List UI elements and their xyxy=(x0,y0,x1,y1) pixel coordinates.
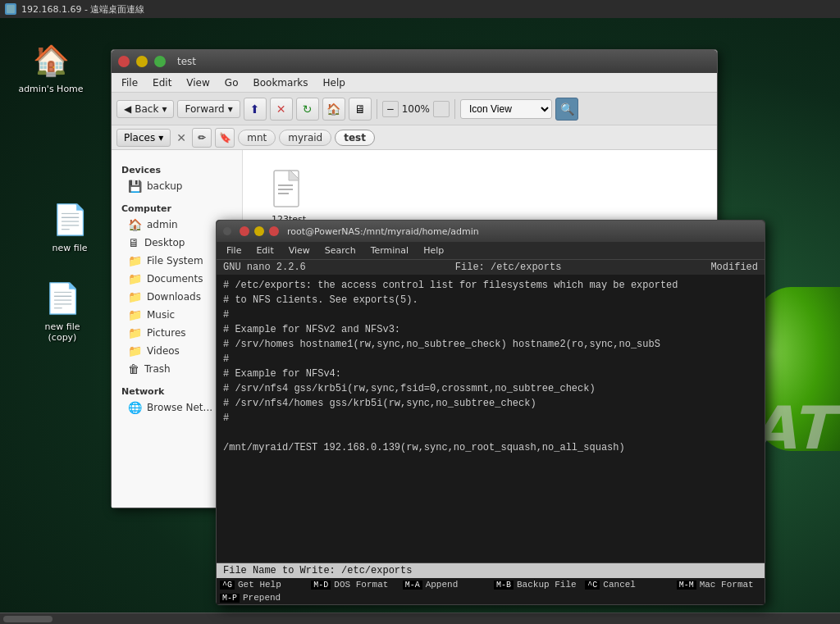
shortcut-key-dos: M-D xyxy=(311,581,331,590)
back-label: Back xyxy=(135,103,158,115)
reload-button[interactable]: ↻ xyxy=(296,98,319,121)
close-places-button[interactable]: ✕ xyxy=(174,130,189,145)
edit-path-button[interactable]: ✏ xyxy=(192,128,212,148)
terminal-line-9: # /srv/nfs4/homes gss/krb5i(rw,sync,no_s… xyxy=(223,396,758,411)
menu-bookmarks[interactable]: Bookmarks xyxy=(246,75,314,90)
shortcut-label-dos: DOS Format xyxy=(334,580,388,590)
menu-edit[interactable]: Edit xyxy=(146,75,178,90)
terminal-minimize-button[interactable] xyxy=(254,226,264,236)
terminal-maximize-button[interactable] xyxy=(269,226,279,236)
separator-2 xyxy=(454,99,455,119)
file-icon-123test xyxy=(269,166,308,212)
terminal-line-1: # /etc/exports: the access control list … xyxy=(223,278,758,293)
bottom-scrollbar[interactable] xyxy=(0,613,840,624)
terminal-menu-edit[interactable]: Edit xyxy=(249,244,280,257)
computer-icon: 🖥 xyxy=(354,102,366,116)
music-icon: 📁 xyxy=(128,308,142,321)
close-button[interactable] xyxy=(118,56,130,67)
nano-filename: File: /etc/exports xyxy=(455,262,562,273)
zoom-out-button[interactable]: − xyxy=(382,101,399,117)
terminal-title: root@PowerNAS:/mnt/myraid/home/admin xyxy=(287,226,479,237)
terminal-close-button[interactable] xyxy=(240,226,249,236)
home-button[interactable]: 🏠 xyxy=(322,98,345,121)
shortcut-key-mac: M-M xyxy=(677,581,696,590)
search-button[interactable]: 🔍 xyxy=(555,98,578,121)
nano-version: GNU nano 2.2.6 xyxy=(223,262,306,273)
minimize-button[interactable] xyxy=(136,56,148,67)
admin-label: admin xyxy=(147,219,178,230)
terminal-line-12: /mnt/myraid/TEST 192.168.0.139(rw,sync,n… xyxy=(223,440,758,455)
terminal-dot xyxy=(223,227,231,235)
terminal-menu-view[interactable]: View xyxy=(282,244,317,257)
documents-label: Documents xyxy=(147,273,203,285)
terminal-menu-file[interactable]: File xyxy=(220,244,248,257)
terminal-menu-search[interactable]: Search xyxy=(318,244,363,257)
terminal-menubar: File Edit View Search Terminal Help xyxy=(217,242,765,260)
edit-icon: ✏ xyxy=(198,132,206,143)
shortcut-label-append: Append xyxy=(426,580,459,590)
menu-help[interactable]: Help xyxy=(317,75,352,90)
home-icon-label: admin's Home xyxy=(18,84,83,94)
view-mode-select[interactable]: Icon View List View Compact View xyxy=(460,99,552,119)
separator-1 xyxy=(377,99,377,119)
sidebar-item-backup[interactable]: 💾 backup xyxy=(112,177,242,195)
nano-header: GNU nano 2.2.6 File: /etc/exports Modifi… xyxy=(217,260,765,275)
terminal-menu-terminal[interactable]: Terminal xyxy=(364,244,416,257)
breadcrumb-test[interactable]: test xyxy=(335,130,375,146)
zoom-in-button[interactable] xyxy=(433,101,450,117)
shortcut-backup: M-B Backup File xyxy=(491,578,582,591)
videos-label: Videos xyxy=(147,345,180,357)
breadcrumb-mnt[interactable]: mnt xyxy=(238,130,276,146)
stop-icon: ✕ xyxy=(276,102,286,116)
back-button[interactable]: ◀ Back ▾ xyxy=(116,100,174,118)
file-item-123test[interactable]: 123test xyxy=(256,163,322,228)
shortcut-dos-format: M-D DOS Format xyxy=(308,578,399,591)
places-button[interactable]: Places ▾ xyxy=(116,129,171,147)
terminal-bottom: File Name to Write: /etc/exports ^G Get … xyxy=(217,563,765,604)
desktop-icon-new-file[interactable]: 📄 new file xyxy=(37,200,103,253)
trash-label: Trash xyxy=(144,363,171,375)
terminal-menu-help[interactable]: Help xyxy=(417,244,450,257)
downloads-label: Downloads xyxy=(147,291,201,303)
maximize-button[interactable] xyxy=(154,56,166,67)
home-nav-icon: 🏠 xyxy=(326,102,340,116)
forward-button[interactable]: Forward ▾ xyxy=(177,100,240,118)
nano-modified: Modified xyxy=(710,262,758,273)
breadcrumb-myraid[interactable]: myraid xyxy=(279,130,331,146)
shortcut-key-backup: M-B xyxy=(494,581,514,590)
terminal-line-2: # to NFS clients. See exports(5). xyxy=(223,293,758,307)
places-label: Places xyxy=(124,132,155,143)
shortcut-key-append: M-A xyxy=(403,581,422,590)
shortcut-label-cancel: Cancel xyxy=(603,580,636,590)
filesystem-label: File System xyxy=(147,255,203,266)
documents-icon: 📁 xyxy=(128,272,142,285)
music-label: Music xyxy=(147,309,175,321)
filename-bar: File Name to Write: /etc/exports xyxy=(217,563,765,578)
menu-file[interactable]: File xyxy=(115,75,144,90)
desktop-icon-new-file-copy[interactable]: 📄 new file (copy) xyxy=(30,279,95,343)
bookmark-button[interactable]: 🔖 xyxy=(215,128,235,148)
terminal-window: root@PowerNAS:/mnt/myraid/home/admin Fil… xyxy=(216,220,765,605)
terminal-content[interactable]: # /etc/exports: the access control list … xyxy=(217,275,765,563)
zoom-control: − 100% xyxy=(382,101,450,117)
shortcut-key-prepend: M-P xyxy=(220,594,240,603)
computer-button[interactable]: 🖥 xyxy=(349,98,372,121)
menu-view[interactable]: View xyxy=(180,75,216,90)
terminal-line-4: # Example for NFSv2 and NFSv3: xyxy=(223,322,758,337)
up-button[interactable]: ⬆ xyxy=(244,98,267,121)
shortcut-prepend: M-P Prepend xyxy=(217,591,399,604)
forward-dropdown-icon: ▾ xyxy=(228,103,233,115)
reload-icon: ↻ xyxy=(303,102,313,116)
pictures-label: Pictures xyxy=(147,327,186,339)
back-dropdown-icon: ▾ xyxy=(162,103,167,115)
menu-go[interactable]: Go xyxy=(218,75,245,90)
stop-button[interactable]: ✕ xyxy=(270,98,293,121)
backup-icon: 💾 xyxy=(128,180,142,193)
trash-icon: 🗑 xyxy=(128,362,139,376)
scrollbar-thumb[interactable] xyxy=(3,616,52,622)
desktop-icon-home[interactable]: 🏠 admin's Home xyxy=(18,41,84,94)
breadcrumb-bar: Places ▾ ✕ ✏ 🔖 mnt myraid test xyxy=(112,125,717,150)
taskbar: 192.168.1.69 - 遠端桌面連線 xyxy=(0,0,840,18)
window-title: test xyxy=(177,56,196,67)
toolbar: ◀ Back ▾ Forward ▾ ⬆ ✕ ↻ 🏠 🖥 − 100% xyxy=(112,93,717,125)
